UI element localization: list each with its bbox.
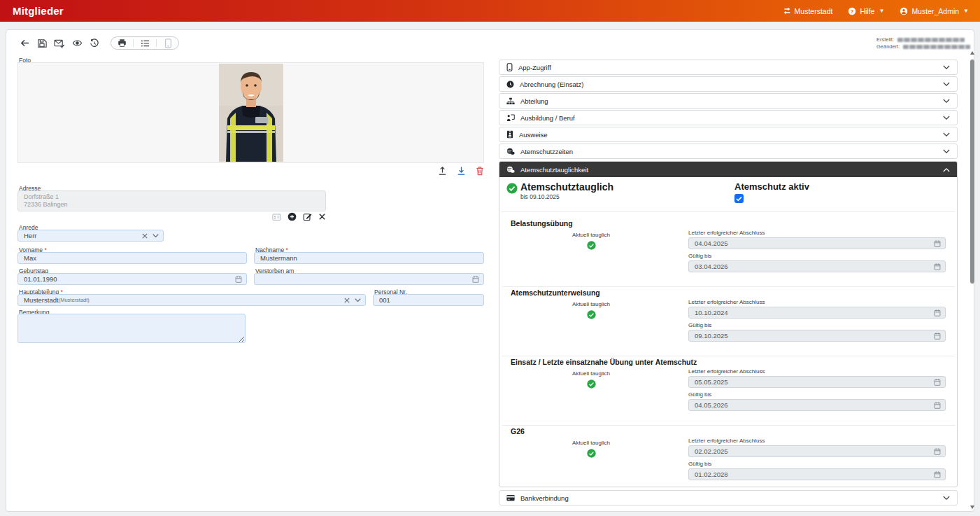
clear-icon[interactable]: [344, 298, 350, 303]
adresse-actions: [17, 212, 326, 221]
calendar-icon[interactable]: [934, 470, 941, 478]
accordion-label: Ausbildung / Beruf: [520, 114, 575, 122]
caret-down-icon: ▼: [879, 8, 884, 14]
check-group-atemschutzunterweisung: Atemschutzunterweisung Aktuell tauglich …: [499, 287, 958, 356]
accordion-ausbildung[interactable]: Ausbildung / Beruf: [499, 110, 958, 125]
calendar-icon[interactable]: [934, 309, 941, 316]
gueltig-label: Gültig bis: [688, 322, 946, 328]
aktuell-tauglich-label: Aktuell tauglich: [511, 370, 672, 377]
delete-photo-button[interactable]: [476, 166, 484, 176]
accordion-atemschutzzeiten[interactable]: Atemschutzzeiten: [499, 144, 958, 159]
nachname-input[interactable]: [254, 252, 484, 264]
anrede-select[interactable]: Herr: [17, 230, 164, 242]
mail-check-button[interactable]: [54, 38, 65, 49]
accordion-atemschutztauglichkeit-header[interactable]: Atemschutztauglichkeit: [499, 162, 957, 177]
member-detail-card: Erstellt: Geändert: Foto: [6, 29, 974, 512]
aktuell-tauglich-label: Aktuell tauglich: [511, 301, 672, 307]
check-group-title: Belastungsübung: [511, 219, 573, 228]
app-header: Mitglieder Musterstadt ? Hilfe ▼ Muster_…: [0, 0, 980, 22]
gueltig-date-input: 03.04.2026: [688, 260, 946, 272]
mobile-button-disabled[interactable]: [162, 38, 173, 49]
calendar-icon[interactable]: [934, 263, 941, 270]
accordion-app-zugriff[interactable]: App-Zugriff: [499, 60, 958, 75]
divider: [156, 39, 157, 47]
chevron-down-icon[interactable]: [355, 298, 361, 302]
gueltig-label: Gültig bis: [688, 253, 946, 259]
calendar-icon[interactable]: [934, 401, 941, 409]
accordion-label: Ausweise: [519, 131, 548, 139]
save-button[interactable]: [36, 38, 48, 49]
print-button[interactable]: [116, 38, 127, 49]
teacher-icon: [506, 114, 515, 122]
chevron-down-icon: [943, 149, 950, 154]
personalnr-input[interactable]: [373, 294, 484, 306]
geburtstag-date-input[interactable]: 01.01.1990: [17, 273, 247, 285]
calendar-icon[interactable]: [934, 332, 941, 340]
nav-item-user-menu[interactable]: Muster_Admin ▼: [900, 7, 969, 15]
download-photo-button[interactable]: [457, 166, 466, 176]
accordion-label: Abteilung: [520, 97, 548, 105]
gueltig-value: 01.02.2028: [695, 470, 728, 478]
abschluss-label: Letzter erfolgreicher Abschluss: [688, 299, 946, 305]
abschluss-date-input: 05.05.2025: [688, 376, 946, 388]
calendar-icon[interactable]: [934, 239, 941, 247]
id-badge-icon: [506, 130, 513, 139]
accordion-abrechnung[interactable]: Abrechnung (Einsatz): [499, 76, 958, 92]
list-button[interactable]: [139, 38, 150, 49]
chevron-down-icon: [943, 132, 950, 137]
vorname-input[interactable]: [17, 252, 247, 264]
calendar-icon[interactable]: [934, 378, 941, 386]
check-group-title: Einsatz / Letzte einsatznahe Übung unter…: [511, 358, 697, 366]
hauptabteilung-select[interactable]: Musterstadt(Musterstadt): [17, 294, 366, 306]
adresse-line1: Dorfstraße 1: [24, 193, 320, 201]
calendar-icon[interactable]: [472, 275, 479, 283]
calendar-icon[interactable]: [235, 275, 242, 283]
gueltig-value: 09.10.2025: [695, 332, 728, 340]
aktuell-tauglich-label: Aktuell tauglich: [511, 232, 672, 238]
check-circle-icon: [587, 241, 596, 250]
photo-actions: [17, 166, 484, 176]
verstorben-date-input[interactable]: [254, 273, 484, 285]
accordion-bankverbindung[interactable]: Bankverbindung: [499, 490, 958, 505]
preview-eye-button[interactable]: [71, 38, 83, 49]
record-meta: Erstellt: Geändert:: [876, 36, 970, 50]
calendar-icon[interactable]: [934, 447, 941, 455]
check-circle-icon: [587, 449, 596, 458]
edit-address-button[interactable]: [303, 212, 312, 221]
abschluss-label: Letzter erfolgreicher Abschluss: [688, 230, 946, 236]
detail-sections: App-Zugriff Abrechnung (Einsatz) Abteilu…: [499, 60, 958, 511]
back-button[interactable]: [19, 38, 30, 49]
abschluss-value: 05.05.2025: [695, 378, 728, 386]
nav-label: Hilfe: [860, 7, 874, 15]
exchange-icon: [783, 7, 791, 15]
scrollbar-thumb[interactable]: [970, 60, 974, 284]
check-group-title: G26: [511, 427, 525, 435]
accordion-label: Atemschutzzeiten: [520, 148, 573, 155]
nav-label: Muster_Admin: [911, 7, 959, 15]
history-button[interactable]: [89, 38, 100, 49]
abschluss-value: 02.02.2025: [695, 447, 728, 455]
accordion-atemschutztauglichkeit-expanded: Atemschutztauglichkeit Atemschutztauglic…: [499, 161, 958, 487]
mobile-icon: [506, 63, 513, 71]
chevron-down-icon[interactable]: [152, 234, 159, 238]
add-address-button[interactable]: [287, 212, 297, 221]
divider: [501, 211, 956, 212]
scroll-up-arrow[interactable]: [970, 51, 974, 55]
bemerkung-textarea[interactable]: [17, 314, 246, 343]
accordion-ausweise[interactable]: Ausweise: [499, 127, 958, 142]
check-group-title: Atemschutzunterweisung: [511, 288, 600, 297]
upload-photo-button[interactable]: [438, 166, 447, 176]
scroll-down-arrow[interactable]: [970, 505, 974, 509]
hauptabteilung-suffix: (Musterstadt): [59, 297, 90, 303]
clear-address-button[interactable]: [318, 213, 326, 221]
gueltig-date-input: 04.05.2026: [688, 399, 946, 411]
nav-item-musterstadt[interactable]: Musterstadt: [783, 7, 833, 15]
anrede-value: Herr: [24, 232, 36, 239]
adresse-field-disabled: Dorfstraße 1 72336 Balingen: [17, 190, 326, 211]
adresse-line2: 72336 Balingen: [24, 201, 320, 209]
atemschutz-aktiv-checkbox[interactable]: [734, 194, 744, 203]
accordion-abteilung[interactable]: Abteilung: [499, 93, 958, 109]
nav-item-hilfe[interactable]: ? Hilfe ▼: [848, 7, 884, 15]
clear-icon[interactable]: [142, 233, 148, 239]
changed-label: Geändert:: [876, 43, 900, 50]
